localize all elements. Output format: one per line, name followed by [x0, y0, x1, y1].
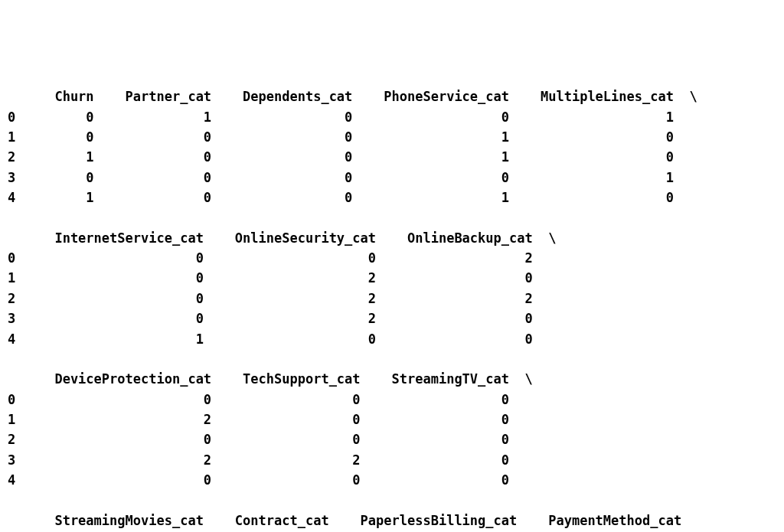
- dataframe-output: Churn Partner_cat Dependents_cat PhoneSe…: [8, 86, 776, 532]
